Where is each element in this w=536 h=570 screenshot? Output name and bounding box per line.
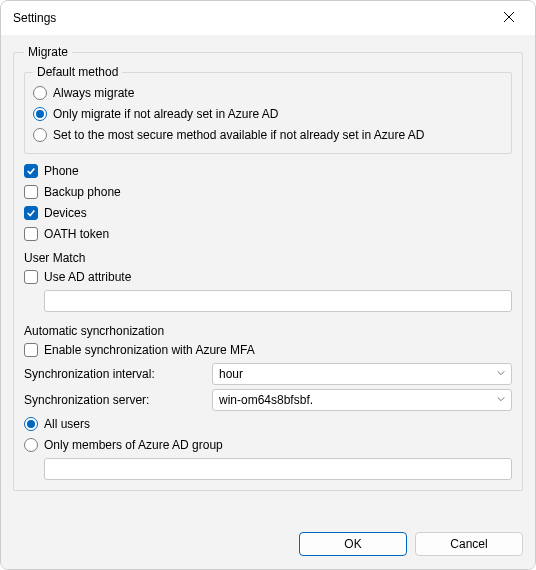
ad-attribute-input-wrap xyxy=(44,290,512,312)
radio-most-secure[interactable] xyxy=(33,128,47,142)
checkbox-use-ad-attribute[interactable] xyxy=(24,270,38,284)
radio-label: Only members of Azure AD group xyxy=(44,438,223,452)
radio-row-only-members[interactable]: Only members of Azure AD group xyxy=(24,436,512,454)
checkbox-row-enable-sync[interactable]: Enable synchronization with Azure MFA xyxy=(24,341,512,359)
user-match-heading: User Match xyxy=(24,251,512,265)
azure-ad-group-input[interactable] xyxy=(44,458,512,480)
cancel-button[interactable]: Cancel xyxy=(415,532,523,556)
sync-interval-select[interactable] xyxy=(212,363,512,385)
checkbox-label: Backup phone xyxy=(44,185,121,199)
sync-server-row: Synchronization server: xyxy=(24,389,512,411)
radio-row-all-users[interactable]: All users xyxy=(24,415,512,433)
radio-row-most-secure[interactable]: Set to the most secure method available … xyxy=(33,126,503,144)
auto-sync-heading: Automatic syncrhonization xyxy=(24,324,512,338)
checkbox-oath-token[interactable] xyxy=(24,227,38,241)
sync-server-select-wrap xyxy=(212,389,512,411)
ok-button[interactable]: OK xyxy=(299,532,407,556)
checkbox-row-use-ad-attr[interactable]: Use AD attribute xyxy=(24,268,512,286)
sync-server-select[interactable] xyxy=(212,389,512,411)
dialog-footer: OK Cancel xyxy=(1,525,535,569)
migrate-legend: Migrate xyxy=(24,45,72,59)
radio-only-if-not-set[interactable] xyxy=(33,107,47,121)
group-input-wrap xyxy=(44,458,512,480)
checkbox-label: Devices xyxy=(44,206,87,220)
sync-server-label: Synchronization server: xyxy=(24,393,204,407)
window-title: Settings xyxy=(13,11,489,25)
settings-window: Settings Migrate Default method Always m… xyxy=(0,0,536,570)
ad-attribute-input[interactable] xyxy=(44,290,512,312)
migrate-group: Migrate Default method Always migrate On… xyxy=(13,45,523,491)
titlebar: Settings xyxy=(1,1,535,35)
radio-label: Always migrate xyxy=(53,86,134,100)
checkbox-label: Use AD attribute xyxy=(44,270,131,284)
checkbox-row-oath[interactable]: OATH token xyxy=(24,225,512,243)
radio-all-users[interactable] xyxy=(24,417,38,431)
checkbox-row-devices[interactable]: Devices xyxy=(24,204,512,222)
default-method-group: Default method Always migrate Only migra… xyxy=(24,65,512,154)
checkbox-backup-phone[interactable] xyxy=(24,185,38,199)
checkbox-row-phone[interactable]: Phone xyxy=(24,162,512,180)
close-icon xyxy=(503,11,515,26)
radio-label: Set to the most secure method available … xyxy=(53,128,425,142)
radio-row-always[interactable]: Always migrate xyxy=(33,84,503,102)
checkbox-phone[interactable] xyxy=(24,164,38,178)
checkbox-label: Phone xyxy=(44,164,79,178)
check-icon xyxy=(26,166,36,176)
client-area: Migrate Default method Always migrate On… xyxy=(1,35,535,525)
checkbox-row-backup-phone[interactable]: Backup phone xyxy=(24,183,512,201)
sync-interval-label: Synchronization interval: xyxy=(24,367,204,381)
checkbox-enable-sync[interactable] xyxy=(24,343,38,357)
close-button[interactable] xyxy=(489,4,529,32)
radio-row-only-if-not-set[interactable]: Only migrate if not already set in Azure… xyxy=(33,105,503,123)
checkbox-label: OATH token xyxy=(44,227,109,241)
radio-only-members[interactable] xyxy=(24,438,38,452)
checkbox-devices[interactable] xyxy=(24,206,38,220)
check-icon xyxy=(26,208,36,218)
sync-interval-select-wrap xyxy=(212,363,512,385)
default-method-legend: Default method xyxy=(33,65,122,79)
radio-always-migrate[interactable] xyxy=(33,86,47,100)
radio-label: All users xyxy=(44,417,90,431)
sync-interval-row: Synchronization interval: xyxy=(24,363,512,385)
radio-label: Only migrate if not already set in Azure… xyxy=(53,107,278,121)
checkbox-label: Enable synchronization with Azure MFA xyxy=(44,343,255,357)
